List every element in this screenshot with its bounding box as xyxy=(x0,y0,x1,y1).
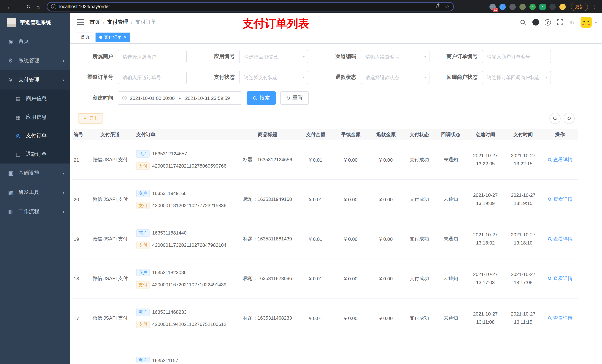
cell-fee: ¥ 0.00 xyxy=(333,140,368,179)
clock-icon xyxy=(122,95,127,101)
merchant-order-no-input[interactable] xyxy=(482,50,551,63)
extension-check-icon[interactable]: ✓ xyxy=(529,3,536,10)
table-toolbar: 导出 ↻ xyxy=(70,113,602,124)
fullscreen-icon[interactable] xyxy=(556,19,564,26)
sidebar-item-infra[interactable]: ▣ 基础设施 ▾ xyxy=(0,164,70,183)
reload-icon[interactable]: ↻ xyxy=(24,2,33,11)
filter-label: 创建时间 xyxy=(77,95,118,101)
extension-icon[interactable] xyxy=(509,3,516,10)
merchant-order-no: 1635312124657 xyxy=(152,151,187,156)
tab-home[interactable]: 首页 xyxy=(77,32,93,42)
close-icon[interactable]: × xyxy=(124,35,127,40)
url-text: localhost:1024/pay/order xyxy=(59,4,436,9)
sidebar-item-home[interactable]: ◉ 首页 xyxy=(0,32,70,51)
site-info-icon[interactable]: i xyxy=(51,4,56,9)
hamburger-icon[interactable] xyxy=(77,19,85,25)
font-size-icon[interactable]: TT xyxy=(569,19,575,25)
cell-order: 商户1635311823086 支付4200001167202110271022… xyxy=(133,259,237,298)
tab-label: 支付订单 xyxy=(104,34,122,40)
cell-pay-time: 2021-10-2713:18:10 xyxy=(504,219,542,259)
help-icon[interactable]: ? xyxy=(544,19,551,25)
cell-fee: ¥ 0.00 xyxy=(333,299,368,338)
cell-notify: 未通知 xyxy=(435,180,466,219)
refresh-icon: ↻ xyxy=(286,95,290,101)
sidebar-item-refund-order[interactable]: ▢ 退款订单 xyxy=(0,145,70,164)
update-button[interactable]: 更新 xyxy=(571,2,588,11)
channel-order-no-input[interactable] xyxy=(118,71,187,84)
cell-status: 支付成功 xyxy=(404,219,435,259)
breadcrumb-home[interactable]: 首页 xyxy=(90,19,100,26)
chevron-down-icon[interactable]: ▾ xyxy=(595,20,597,24)
sidebar-submenu-pay: ▤ 商户信息 ▦ 应用信息 ◎ 支付订单 ▢ 退款订单 xyxy=(0,90,70,164)
notify-status-select[interactable] xyxy=(482,71,551,84)
refresh-button[interactable]: ↻ xyxy=(563,113,575,124)
forward-icon[interactable]: → xyxy=(14,2,24,11)
avatar[interactable] xyxy=(580,17,592,28)
extension-icon[interactable] xyxy=(519,3,526,10)
create-time-range-picker[interactable]: 2021-10-01 00:00:00 - 2021-10-31 23:59:5… xyxy=(118,91,242,105)
chevron-down-icon: ▾ xyxy=(546,75,548,79)
search-toggle-button[interactable] xyxy=(549,113,560,124)
cell-notify: 未通知 xyxy=(435,140,466,179)
home-icon[interactable]: ⌂ xyxy=(33,2,43,11)
sidebar-item-app-info[interactable]: ▦ 应用信息 xyxy=(0,108,70,126)
refund-status-select[interactable] xyxy=(361,71,430,84)
extension-emoji-icon[interactable] xyxy=(559,3,566,10)
view-detail-link[interactable]: 查看详情 xyxy=(547,236,573,242)
pay-tag: 支付 xyxy=(136,241,150,249)
view-detail-link[interactable]: 查看详情 xyxy=(547,156,573,163)
browser-menu-icon[interactable]: ⋮ xyxy=(591,4,598,10)
share-icon[interactable] xyxy=(436,3,441,10)
table-header: 编号 支付渠道 支付订单 商品标题 支付金额 手续金额 退款金额 支付状态 回调… xyxy=(72,129,578,140)
sidebar-item-label: 应用信息 xyxy=(26,114,47,121)
extension-icon[interactable] xyxy=(499,3,506,10)
search-icon xyxy=(553,116,557,121)
col-amount: 支付金额 xyxy=(298,129,333,140)
back-icon[interactable]: ← xyxy=(4,2,14,11)
extension-icon[interactable]: 10 xyxy=(489,3,496,10)
cell-notify: 未通知 xyxy=(435,259,466,298)
tab-label: 首页 xyxy=(81,34,90,40)
cell-action: 查看详情 xyxy=(542,259,578,298)
channel-code-select[interactable] xyxy=(361,50,430,63)
view-detail-link[interactable]: 查看详情 xyxy=(547,196,573,203)
sidebar-item-workflow[interactable]: ▥ 工作流程 ▾ xyxy=(0,202,70,221)
pay-status-select[interactable] xyxy=(239,71,308,84)
logo[interactable]: 芋道管理系统 xyxy=(0,13,70,32)
cell-create-time: 2021-10-2713:11:08 xyxy=(466,299,504,338)
sidebar-item-pay-order[interactable]: ◎ 支付订单 xyxy=(0,126,70,145)
github-icon[interactable] xyxy=(532,19,539,26)
search-icon[interactable] xyxy=(519,19,527,26)
search-icon xyxy=(547,276,552,281)
sidebar-item-system[interactable]: ⚙ 系统管理 ▾ xyxy=(0,51,70,70)
extension-chat-icon[interactable]: ▪ xyxy=(539,3,546,10)
bookmark-star-icon[interactable]: ☆ xyxy=(445,4,450,10)
search-button[interactable]: 搜索 xyxy=(247,91,276,105)
view-detail-link[interactable]: 查看详情 xyxy=(547,275,573,282)
pay-tag: 支付 xyxy=(136,202,150,209)
app-no-select[interactable] xyxy=(239,50,308,63)
cell-create-time: 2021-10-2713:18:02 xyxy=(466,219,504,259)
cell-notify: 未通知 xyxy=(435,219,466,259)
cell-fee: ¥ 0.00 xyxy=(333,259,368,298)
sidebar-item-pay[interactable]: ¥ 支付管理 ▴ xyxy=(0,70,70,90)
merchant-input[interactable] xyxy=(118,50,187,63)
briefcase-icon: ▥ xyxy=(7,208,14,215)
merchant-tag: 商户 xyxy=(136,229,150,237)
sidebar-item-merchant-info[interactable]: ▤ 商户信息 xyxy=(0,90,70,108)
tab-pay-order[interactable]: 支付订单 × xyxy=(96,32,130,42)
cell-order: 商户1635311157 xyxy=(133,338,237,363)
filter-label: 商户订单编号 xyxy=(441,53,482,60)
sidebar-item-devtools[interactable]: ▩ 研发工具 ▾ xyxy=(0,183,70,202)
url-bar[interactable]: i localhost:1024/pay/order ☆ xyxy=(47,2,454,11)
view-detail-link[interactable]: 查看详情 xyxy=(547,315,573,322)
pay-order-no: 4200001194202110276752100612 xyxy=(152,322,226,327)
breadcrumb-section[interactable]: 支付管理 xyxy=(107,19,128,26)
export-button[interactable]: 导出 xyxy=(78,113,103,124)
reset-button[interactable]: ↻ 重置 xyxy=(280,91,309,105)
sidebar-item-label: 首页 xyxy=(19,38,29,45)
table-row-partial: 商户1635311157 xyxy=(72,338,578,363)
extension-puzzle-icon[interactable] xyxy=(549,3,556,10)
sidebar-item-label: 商户信息 xyxy=(26,95,47,102)
col-channel: 支付渠道 xyxy=(87,129,133,140)
